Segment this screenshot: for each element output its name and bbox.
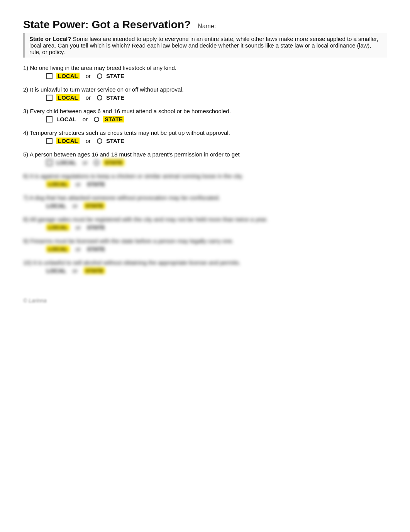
state-label-5-highlight: STATE (103, 159, 124, 166)
q5-num: 5) (23, 151, 28, 158)
question-text-5: 5) A person between ages 16 and 18 must … (23, 151, 387, 158)
checkbox-local-2[interactable] (46, 95, 53, 101)
or-text-1: or (86, 73, 91, 79)
or-text-10: or (73, 267, 78, 274)
question-item-3: 3) Every child between ages 6 and 16 mus… (23, 108, 387, 122)
q4-num: 4) (23, 129, 28, 136)
q7-text: A dog that has attacked someone without … (30, 194, 220, 201)
footer-logo-text: © Larinna (23, 297, 47, 304)
checkbox-local-4[interactable] (46, 138, 53, 144)
answer-row-2: LOCAL or STATE (46, 94, 387, 101)
instructions-title: State or Local? (29, 36, 71, 42)
instructions-body: Some laws are intended to apply to every… (29, 36, 378, 55)
page-header: State Power: Got a Reservation? Name: (23, 19, 387, 31)
state-label-7-highlight: STATE (84, 202, 105, 209)
answer-row-7: LOCAL or STATE (46, 202, 387, 209)
question-text-7: 7) A dog that has attacked someone witho… (23, 194, 387, 201)
state-label-8: STATE (87, 224, 105, 231)
instructions-box: State or Local? Some laws are intended t… (23, 33, 387, 58)
question-text-1: 1) No one living in the area may breed l… (23, 65, 387, 71)
q6-num: 6) (23, 173, 28, 179)
q3-num: 3) (23, 108, 28, 114)
or-text-9: or (76, 246, 81, 252)
circle-state-3[interactable] (94, 117, 99, 122)
question-item-8: 8) All garage sales must be registered w… (23, 216, 387, 231)
page-title: State Power: Got a Reservation? (23, 19, 191, 31)
question-text-6: 6) It is against regulations to keep a c… (23, 173, 387, 179)
q9-num: 9) (23, 238, 28, 244)
local-label-9-highlight: LOCAL (46, 246, 69, 252)
local-label-4: LOCAL (56, 138, 80, 144)
checkbox-local-1[interactable] (46, 73, 53, 79)
question-text-10: 10) It is unlawful to sell alcohol witho… (23, 259, 387, 266)
answer-row-6: LOCAL or STATE (46, 181, 387, 187)
question-list: 1) No one living in the area may breed l… (23, 65, 387, 274)
state-label-1: STATE (106, 73, 124, 79)
circle-state-5 (94, 160, 99, 165)
q7-num: 7) (23, 194, 28, 201)
circle-state-1[interactable] (97, 73, 102, 79)
or-text-8: or (76, 224, 81, 231)
answer-row-1: LOCAL or STATE (46, 73, 387, 79)
answer-row-9: LOCAL or STATE (46, 246, 387, 252)
q8-text: All garage sales must be registered with… (30, 216, 268, 223)
or-text-5: or (83, 159, 88, 166)
answer-row-10: LOCAL or STATE (46, 267, 387, 274)
state-label-10-highlight: STATE (84, 267, 105, 274)
circle-state-2[interactable] (97, 95, 102, 100)
question-item-7: 7) A dog that has attacked someone witho… (23, 194, 387, 209)
checkbox-local-3[interactable] (46, 116, 53, 122)
state-label-6: STATE (87, 181, 105, 187)
or-text-3: or (83, 116, 88, 122)
answer-row-3: LOCAL or STATE (46, 116, 387, 122)
footer: © Larinna (23, 297, 387, 304)
state-label-2: STATE (106, 94, 124, 101)
local-label-5: LOCAL (56, 159, 76, 166)
local-label-3: LOCAL (56, 116, 76, 122)
q1-text: No one living in the area may breed live… (30, 65, 176, 71)
or-text-4: or (86, 138, 91, 144)
answer-row-5: LOCAL or STATE (46, 159, 387, 166)
q9-text: Firearms must be licensed with the state… (30, 238, 234, 244)
question-text-8: 8) All garage sales must be registered w… (23, 216, 387, 223)
local-label-2: LOCAL (56, 94, 80, 101)
local-label-1: LOCAL (56, 73, 80, 79)
local-label-7: LOCAL (46, 202, 66, 209)
state-label-9: STATE (87, 246, 105, 252)
question-item-10: 10) It is unlawful to sell alcohol witho… (23, 259, 387, 274)
or-text-7: or (73, 202, 78, 209)
q2-text: It is unlawful to turn water service on … (30, 86, 184, 93)
answer-row-4: LOCAL or STATE (46, 138, 387, 144)
question-text-2: 2) It is unlawful to turn water service … (23, 86, 387, 93)
question-item-6: 6) It is against regulations to keep a c… (23, 173, 387, 187)
local-label-6-highlight: LOCAL (46, 181, 69, 187)
q10-num: 10) (23, 259, 32, 266)
question-text-9: 9) Firearms must be licensed with the st… (23, 238, 387, 244)
question-item-2: 2) It is unlawful to turn water service … (23, 86, 387, 101)
or-text-2: or (86, 94, 91, 101)
question-text-3: 3) Every child between ages 6 and 16 mus… (23, 108, 387, 114)
name-label: Name: (198, 23, 216, 30)
q3-text: Every child between ages 6 and 16 must a… (30, 108, 231, 114)
question-item-1: 1) No one living in the area may breed l… (23, 65, 387, 79)
checkbox-local-5 (46, 160, 53, 166)
question-item-4: 4) Temporary structures such as circus t… (23, 129, 387, 144)
state-label-3: STATE (103, 116, 124, 122)
or-text-6: or (76, 181, 81, 187)
question-item-5: 5) A person between ages 16 and 18 must … (23, 151, 387, 166)
local-label-10: LOCAL (46, 267, 66, 274)
q1-num: 1) (23, 65, 28, 71)
q10-text: It is unlawful to sell alcohol without o… (33, 259, 241, 266)
question-item-9: 9) Firearms must be licensed with the st… (23, 238, 387, 252)
q8-num: 8) (23, 216, 28, 223)
circle-state-4[interactable] (97, 138, 102, 144)
q2-num: 2) (23, 86, 28, 93)
local-label-8-highlight: LOCAL (46, 224, 69, 231)
question-text-4: 4) Temporary structures such as circus t… (23, 129, 387, 136)
q4-text: Temporary structures such as circus tent… (30, 129, 230, 136)
state-label-4: STATE (106, 138, 124, 144)
q5-text: A person between ages 16 and 18 must hav… (30, 151, 240, 158)
q6-text: It is against regulations to keep a chic… (30, 173, 244, 179)
answer-row-8: LOCAL or STATE (46, 224, 387, 231)
